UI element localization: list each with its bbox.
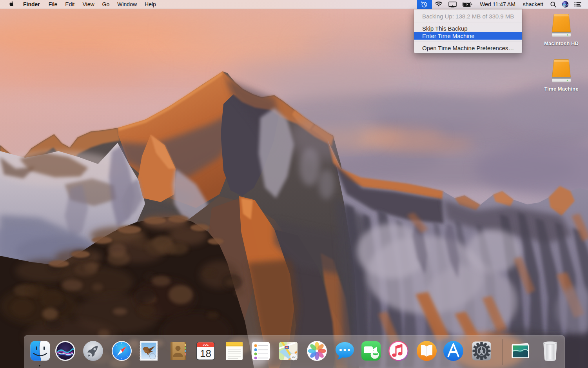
svg-text:18: 18 <box>200 348 211 359</box>
svg-text:3D: 3D <box>292 355 295 358</box>
svg-text:JUL: JUL <box>202 343 208 346</box>
svg-text:280: 280 <box>285 347 288 349</box>
